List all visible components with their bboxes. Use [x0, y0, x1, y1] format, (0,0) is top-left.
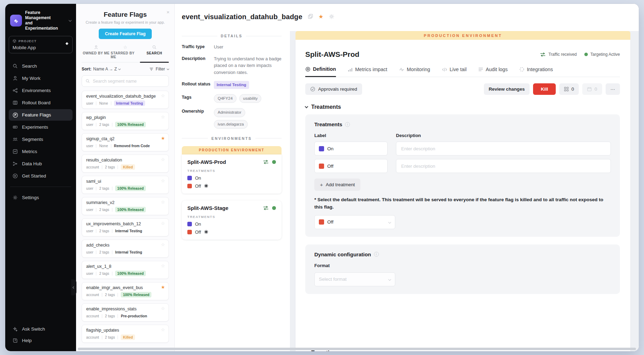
sidebar-item-data-hub[interactable]: Data Hub: [9, 158, 73, 169]
treatments-section-header[interactable]: Treatments: [305, 104, 620, 110]
chevron-down-icon: [388, 278, 391, 281]
search-icon: [152, 45, 157, 50]
owner-pill[interactable]: ivan.delagarza: [214, 120, 248, 129]
treatment-off-swatch: [319, 164, 324, 169]
star-icon[interactable]: ☆: [161, 221, 165, 226]
status-badge: Removed from Code: [114, 143, 150, 149]
filter-dropdown[interactable]: Filter: [149, 67, 169, 71]
sidebar-item-help[interactable]: Help: [9, 335, 73, 346]
flag-card[interactable]: results_calculation ☆ account2 tagsKille…: [82, 154, 169, 173]
flag-search-input[interactable]: [93, 79, 165, 84]
approvals-required-button[interactable]: Approvals required: [305, 83, 362, 95]
flag-card[interactable]: event_visualization_datahub_badge ☆ user…: [82, 91, 169, 109]
env-card-prod[interactable]: Split-AWS-Prod TREATMENTS On Off: [182, 154, 282, 194]
treatment-label-input[interactable]: On: [314, 142, 388, 156]
sidebar-item-settings[interactable]: Settings: [9, 192, 73, 203]
details-section-divider: DETAILS: [182, 34, 282, 38]
env-card-stage[interactable]: Split-AWS-Stage TREATMENTS On Off: [182, 201, 282, 240]
star-icon[interactable]: ☆: [161, 114, 165, 120]
sidebar-item-feature-flags[interactable]: Feature Flags: [9, 109, 73, 121]
horizontal-scrollbar[interactable]: [78, 348, 636, 350]
close-icon[interactable]: ×: [166, 9, 170, 15]
chevron-down-icon: [118, 67, 121, 70]
status-badge: Internal Testing: [114, 100, 145, 106]
treatment-label-input[interactable]: Off: [314, 159, 388, 173]
flag-card[interactable]: wp_plugin ☆ user2 tags100% Released: [82, 112, 169, 130]
cube-icon: [13, 39, 16, 43]
sidebar-item-my-work[interactable]: My Work: [9, 73, 73, 84]
star-icon[interactable]: ★: [319, 13, 323, 20]
flag-list: event_visualization_datahub_badge ☆ user…: [82, 91, 169, 343]
star-icon[interactable]: ☆: [161, 178, 165, 183]
tag-pill[interactable]: Q4FY24: [214, 94, 237, 103]
flag-card[interactable]: alert_ux_1_8 ☆ user2 tags100% Released: [82, 261, 169, 279]
create-feature-flag-button[interactable]: Create Feature Flag: [99, 29, 152, 39]
flag-card[interactable]: summaries_v2 ☆ user2 tags100% Released: [82, 197, 169, 215]
sidebar-item-search[interactable]: Search: [9, 60, 73, 72]
tab-integrations[interactable]: Integrations: [519, 66, 553, 77]
star-icon[interactable]: ☆: [161, 199, 165, 205]
flag-card[interactable]: add_checks ☆ user2 tagsInternal Testing: [82, 240, 169, 258]
sidebar-item-get-started[interactable]: Get Started: [9, 170, 73, 182]
sort-dropdown[interactable]: Sort: Name A → Z: [82, 67, 120, 71]
sidebar-item-experiments[interactable]: Experiments: [9, 121, 73, 133]
treatment-description-input[interactable]: [396, 142, 611, 156]
flag-detail-header: event_visualization_datahub_badge ★: [175, 4, 639, 31]
star-icon[interactable]: ☆: [161, 263, 165, 269]
star-icon[interactable]: ☆: [161, 157, 165, 162]
flag-card[interactable]: ux_improvements_batch_12 ☆ user2 tagsInt…: [82, 218, 169, 236]
more-actions-button[interactable]: ···: [606, 83, 620, 95]
tab-metrics-impact[interactable]: Metrics impact: [348, 66, 387, 77]
traffic-arrows-icon: [263, 160, 269, 164]
flag-card[interactable]: signup_cta_q2 ★ userNoneRemoved from Cod…: [82, 133, 169, 151]
project-name: Mobile App: [13, 45, 69, 50]
sidebar-collapse-handle[interactable]: [71, 279, 76, 295]
tab-monitoring[interactable]: Monitoring: [399, 66, 430, 77]
tab-search[interactable]: SEARCH: [140, 45, 169, 62]
people-icon: [12, 136, 18, 142]
default-treatment-select[interactable]: Off: [314, 215, 395, 229]
star-icon[interactable]: ★: [161, 285, 165, 290]
status-dot: [272, 206, 276, 210]
grid-count-button[interactable]: 0: [559, 83, 579, 95]
brand[interactable]: Feature Management and Experimentation: [9, 10, 73, 31]
sidebar-item-environments[interactable]: Environments: [9, 85, 73, 96]
sidebar-item-rollout-board[interactable]: Rollout Board: [9, 97, 73, 108]
status-badge: Pre-production: [121, 313, 147, 319]
tag-pill[interactable]: usability: [239, 94, 262, 103]
flags-tab-bar: OWNED BY ME ☆ STARRED BY ME SEARCH: [82, 45, 169, 62]
star-icon[interactable]: ★: [161, 136, 165, 141]
star-icon[interactable]: ☆: [161, 327, 165, 332]
flag-card[interactable]: enable_imgr_aws_event_bus ★ account2 tag…: [82, 282, 169, 300]
gear-icon[interactable]: [329, 14, 335, 20]
flag-card[interactable]: flagship_updates ☆ account2 tagsKilled: [82, 325, 169, 343]
tab-audit-logs[interactable]: Audit logs: [478, 66, 508, 77]
board-icon: [12, 100, 18, 106]
treatment-description-input[interactable]: [396, 159, 611, 173]
project-switcher[interactable]: PROJECT Mobile App: [9, 36, 73, 53]
flag-card[interactable]: saml_ui ☆ user2 tags100% Released: [82, 176, 169, 194]
format-select[interactable]: Select format: [314, 272, 395, 286]
sidebar-item-metrics[interactable]: Metrics: [9, 146, 73, 157]
star-icon[interactable]: ☆: [161, 306, 165, 311]
sidebar-item-segments[interactable]: Segments: [9, 134, 73, 145]
tab-starred-by-me[interactable]: ☆ STARRED BY ME: [111, 45, 140, 62]
tab-definition[interactable]: Definition: [305, 66, 336, 77]
owner-pill[interactable]: Administrator: [214, 108, 245, 117]
add-treatment-button[interactable]: + Add treatment: [314, 179, 360, 191]
tab-live-tail[interactable]: Live tail: [442, 66, 466, 77]
flag-card[interactable]: enable_impressions_stats ☆ account2 tags…: [82, 303, 169, 322]
kill-button[interactable]: Kill: [533, 83, 556, 95]
tab-owned-by-me[interactable]: OWNED BY ME: [82, 45, 111, 62]
review-changes-button[interactable]: Review changes: [484, 83, 530, 95]
tags-row: Tags Q4FY24 usability: [182, 94, 282, 103]
star-icon[interactable]: ☆: [161, 93, 165, 98]
default-treatment-note: * Select the default treatment. This tre…: [314, 196, 611, 211]
copy-icon[interactable]: [308, 14, 313, 19]
sidebar-item-ask-switch[interactable]: Ask Switch: [9, 323, 73, 335]
status-badge: 100% Released: [115, 186, 146, 191]
flag-search: [82, 75, 169, 87]
star-icon[interactable]: ☆: [161, 242, 165, 247]
schedule-count-button[interactable]: 0: [582, 83, 602, 95]
status-badge: Killed: [121, 164, 135, 170]
